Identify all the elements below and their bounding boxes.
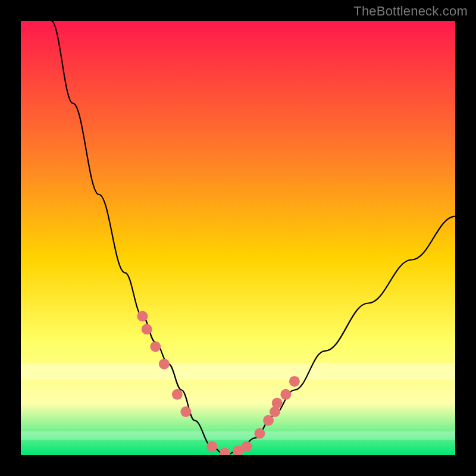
data-marker	[242, 441, 252, 452]
data-marker	[289, 376, 300, 387]
watermark-text: TheBottleneck.com	[353, 4, 468, 19]
plot-area	[21, 21, 455, 455]
data-marker	[255, 428, 265, 439]
data-marker	[272, 397, 283, 408]
chart-frame: TheBottleneck.com	[0, 0, 476, 476]
highlight-band-2	[21, 431, 455, 440]
data-marker	[159, 359, 170, 369]
highlight-band-1	[21, 363, 455, 380]
gradient-background	[21, 21, 455, 455]
data-marker	[280, 389, 291, 400]
data-marker	[137, 311, 148, 321]
data-marker	[263, 415, 274, 426]
data-marker	[180, 406, 191, 417]
data-marker	[206, 441, 217, 452]
data-marker	[150, 342, 161, 352]
data-marker	[142, 324, 152, 334]
chart-svg	[21, 21, 455, 455]
data-marker	[172, 389, 183, 400]
